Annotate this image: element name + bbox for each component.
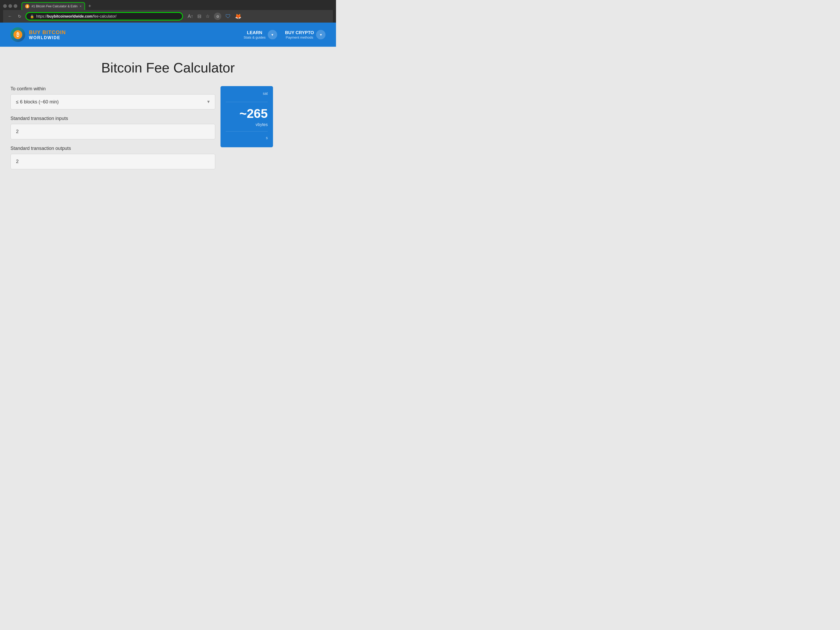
tab-favicon: ₿	[25, 4, 29, 8]
back-button[interactable]: ←	[6, 13, 14, 20]
confirm-within-select[interactable]: ≤ 1 block (~10 min) ≤ 3 blocks (~30 min)…	[11, 94, 215, 109]
browser-toolbar: A↑ ⊟ ☆ ⊙ 🛡 🦊	[188, 13, 242, 20]
font-icon[interactable]: A↑	[188, 14, 193, 19]
transaction-inputs-group: Standard transaction inputs	[11, 116, 215, 139]
results-card: sat ~265 vbytes s	[221, 86, 273, 147]
page-title: Bitcoin Fee Calculator	[11, 60, 325, 76]
site-nav: LEARN Stats & guides ▾ BUY CRYPTO Paymen…	[243, 30, 325, 39]
transaction-inputs-label: Standard transaction inputs	[11, 116, 215, 121]
tab-bar: ₿ #1 Bitcoin Fee Calculator & Estin × +	[3, 2, 333, 10]
address-path: /fee-calculator/	[92, 14, 117, 18]
nav-learn-dropdown-button[interactable]: ▾	[268, 30, 277, 39]
calculator-layout: To confirm within ≤ 1 block (~10 min) ≤ …	[11, 86, 325, 175]
results-divider	[226, 102, 268, 102]
nav-learn-text: LEARN Stats & guides	[243, 30, 266, 39]
transaction-inputs-field[interactable]	[11, 124, 215, 139]
calculator-form: To confirm within ≤ 1 block (~10 min) ≤ …	[11, 86, 215, 175]
logo-top-text: BUY BITCOIN	[29, 29, 66, 35]
nav-buy-crypto-text: BUY CRYPTO Payment methods	[285, 30, 314, 39]
logo-text: BUY BITCOIN WORLDWIDE	[29, 29, 66, 40]
shield-icon[interactable]: 🛡	[226, 13, 231, 19]
nav-buy-crypto-dropdown-button[interactable]: ▾	[316, 30, 325, 39]
logo-bitcoin-symbol: ₿	[13, 30, 22, 39]
transaction-outputs-group: Standard transaction outputs	[11, 146, 215, 169]
nav-learn-subtitle: Stats & guides	[243, 35, 266, 39]
browser-chrome: ₿ #1 Bitcoin Fee Calculator & Estin × + …	[0, 0, 336, 22]
results-sat-label: sat	[263, 92, 268, 96]
lock-icon: 🔒	[30, 14, 34, 18]
favorites-icon[interactable]: ☆	[205, 13, 210, 19]
confirm-within-group: To confirm within ≤ 1 block (~10 min) ≤ …	[11, 86, 215, 109]
results-value: ~265	[239, 106, 268, 121]
confirm-within-label: To confirm within	[11, 86, 215, 92]
refresh-button[interactable]: ↻	[16, 13, 23, 20]
nav-buy-crypto-title: BUY CRYPTO	[285, 30, 314, 35]
results-secondary-label: s	[266, 136, 268, 140]
reader-icon[interactable]: ⊟	[197, 13, 201, 19]
window-controls	[3, 4, 17, 8]
nav-buy-crypto-subtitle: Payment methods	[286, 35, 313, 39]
nav-learn-title: LEARN	[247, 30, 262, 35]
results-vbytes-label: vbytes	[256, 122, 268, 127]
new-tab-button[interactable]: +	[86, 2, 93, 10]
transaction-outputs-field[interactable]	[11, 154, 215, 169]
main-content: Bitcoin Fee Calculator To confirm within…	[0, 47, 336, 186]
nav-item-learn[interactable]: LEARN Stats & guides ▾	[243, 30, 277, 39]
address-text: https://buybitcoinworldwide.com/fee-calc…	[36, 14, 178, 18]
window-close-btn[interactable]	[3, 4, 7, 8]
browser-tab[interactable]: ₿ #1 Bitcoin Fee Calculator & Estin ×	[22, 2, 85, 10]
metamask-fox-icon[interactable]: 🦊	[235, 13, 242, 19]
nav-item-buy-crypto[interactable]: BUY CRYPTO Payment methods ▾	[285, 30, 325, 39]
address-bar[interactable]: 🔒 https://buybitcoinworldwide.com/fee-ca…	[25, 12, 183, 21]
logo-globe: ₿	[11, 27, 25, 42]
site-header: ₿ BUY BITCOIN WORLDWIDE LEARN Stats & gu…	[0, 22, 336, 47]
logo-area[interactable]: ₿ BUY BITCOIN WORLDWIDE	[11, 27, 66, 42]
transaction-outputs-label: Standard transaction outputs	[11, 146, 215, 151]
window-minimize-btn[interactable]	[8, 4, 12, 8]
profile-icon[interactable]: ⊙	[214, 13, 221, 20]
tab-title: #1 Bitcoin Fee Calculator & Estin	[32, 5, 77, 8]
results-panel: sat ~265 vbytes s	[221, 86, 273, 147]
address-domain: buybitcoinworldwide.com	[47, 14, 92, 18]
address-protocol: https://	[36, 14, 47, 18]
tab-close-button[interactable]: ×	[79, 5, 81, 8]
address-bar-area: ← ↻ 🔒 https://buybitcoinworldwide.com/fe…	[3, 10, 333, 22]
confirm-within-select-wrapper: ≤ 1 block (~10 min) ≤ 3 blocks (~30 min)…	[11, 94, 215, 109]
logo-bottom-text: WORLDWIDE	[29, 35, 66, 40]
window-maximize-btn[interactable]	[14, 4, 17, 8]
